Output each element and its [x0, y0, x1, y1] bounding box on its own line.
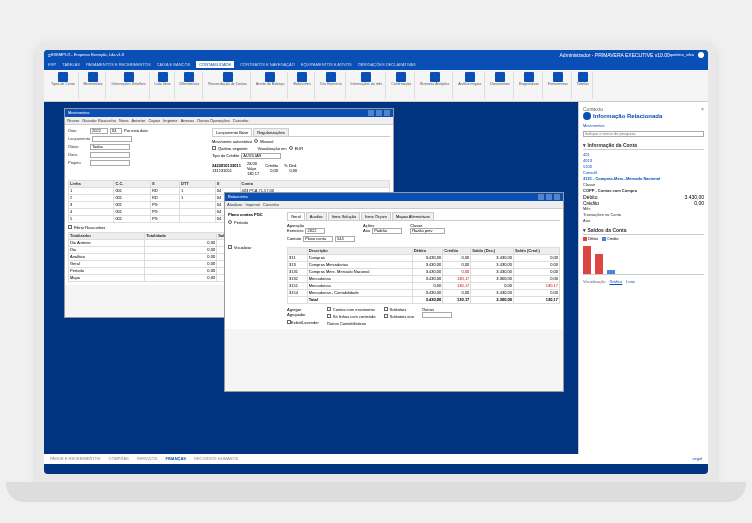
chk2[interactable]: [327, 314, 331, 318]
tab-aux[interactable]: Auxiliar: [306, 212, 327, 220]
ano-sel[interactable]: [372, 228, 402, 234]
chk3[interactable]: [384, 307, 388, 311]
ribbon-info-mes[interactable]: Informações do mês: [348, 72, 387, 99]
check-icon: [396, 72, 406, 82]
close-icon[interactable]: [384, 110, 390, 116]
ribbon-reconc[interactable]: Reconciliação de Contas: [205, 72, 251, 99]
context-sub[interactable]: Movimentos: [583, 123, 704, 129]
footer-tab-lista[interactable]: Lista: [626, 279, 634, 284]
btn-gravar[interactable]: Gravar: [67, 118, 79, 123]
ate-input[interactable]: [335, 236, 355, 242]
btn-atualizar[interactable]: Atualizar: [227, 202, 243, 207]
btn-cancelar2[interactable]: Cancelar: [263, 202, 279, 207]
bar-debito: [583, 246, 591, 274]
chk-quebra[interactable]: [212, 146, 216, 150]
doc-input[interactable]: [90, 152, 130, 158]
ribbon-analytics[interactable]: Business Analytics: [417, 72, 453, 99]
min-icon[interactable]: [538, 194, 544, 200]
close-icon[interactable]: [554, 194, 560, 200]
btn-imprimir2[interactable]: Imprimir: [246, 202, 260, 207]
chart-icon: [297, 72, 307, 82]
radio-eur[interactable]: [289, 146, 293, 150]
ribbon-diag[interactable]: Diagnósticos: [516, 72, 543, 99]
menu-contabilidade[interactable]: CONTABILIDADE: [196, 61, 234, 68]
btab-servicos[interactable]: SERVIÇOS: [137, 456, 158, 461]
visual-label: Visualização em: [258, 146, 287, 151]
ribbon-tabelas2[interactable]: Tabelas: [574, 72, 593, 99]
outros-label: Outros Contabilísticos: [327, 321, 376, 326]
ribbon-diferimentos[interactable]: Diferimentos: [177, 72, 204, 99]
diario-input[interactable]: [90, 144, 130, 150]
date-year[interactable]: [90, 128, 108, 134]
menu-pagamentos[interactable]: PAGAMENTOS E RECEBIMENTOS: [86, 62, 151, 67]
btn-novo[interactable]: Novo: [119, 118, 128, 123]
tipo-input[interactable]: [241, 153, 281, 159]
win2-grid[interactable]: DescriçãoDébitoCréditoSaldo (Dev.)Saldo …: [287, 247, 560, 304]
win1-titlebar[interactable]: Movimentos: [65, 109, 393, 117]
chk4[interactable]: [384, 314, 388, 318]
radio-periodo[interactable]: [228, 220, 232, 224]
ribbon-lista[interactable]: Lista Itens: [152, 72, 175, 99]
tab-mapas[interactable]: Mapas Alternativos: [392, 212, 434, 220]
btn-anterior[interactable]: Anterior: [131, 118, 145, 123]
ribbon-acerto[interactable]: Acerto de Balanço: [253, 72, 289, 99]
btn-guardar[interactable]: Guardar Rascunho: [82, 118, 116, 123]
btab-financas[interactable]: FINANÇAS: [165, 456, 186, 461]
btn-copiar[interactable]: Copiar: [148, 118, 160, 123]
chk-filtrar[interactable]: [68, 225, 72, 229]
user-label[interactable]: quintino_silva: [670, 52, 694, 58]
footer-tab-vis[interactable]: Visualização: [583, 279, 605, 284]
exerc-input[interactable]: [305, 228, 325, 234]
ribbon-confirm[interactable]: Confirmação: [388, 72, 415, 99]
footer-tab-graf[interactable]: Gráfico: [609, 279, 622, 284]
plano-label: Plano contas PGC: [228, 212, 283, 217]
menu-erp[interactable]: ERP: [48, 62, 56, 67]
tab-orcam[interactable]: Itens Orçam: [361, 212, 391, 220]
chk-vis[interactable]: [228, 245, 232, 249]
ribbon-tipos-conta[interactable]: Tipos de Conta: [48, 72, 79, 99]
win1-tabs: Lançamento Base Regularizações: [212, 128, 390, 137]
menu-obrigacoes[interactable]: OBRIGAÇÕES DECLARATIVAS: [358, 62, 416, 67]
btab-compras[interactable]: COMPRAS: [109, 456, 129, 461]
tab-geral[interactable]: Geral: [287, 212, 305, 220]
menu-caixa[interactable]: CAIXA E BANCOS: [157, 62, 191, 67]
max-icon[interactable]: [546, 194, 552, 200]
menu-tabelas[interactable]: TABELAS: [62, 62, 80, 67]
tab-itens[interactable]: Itens Solução: [328, 212, 360, 220]
ribbon-cria-ex[interactable]: Cria Exercício: [317, 72, 346, 99]
btn-imprimir[interactable]: Imprimir: [163, 118, 177, 123]
ribbon-ferramentas[interactable]: Ferramentas: [545, 72, 572, 99]
ribbon-info[interactable]: Informações Detalhes: [108, 72, 149, 99]
avatar-icon[interactable]: [698, 52, 704, 58]
menu-contratos[interactable]: CONTRATOS E NAVEGAÇÃO: [240, 62, 295, 67]
btn-outras[interactable]: Outras Operações: [197, 118, 230, 123]
tab-regular[interactable]: Regularizações: [253, 128, 289, 136]
win2-toolbar: Atualizar Imprimir Cancelar: [225, 201, 563, 209]
ribbon-docs[interactable]: Documentos: [487, 72, 514, 99]
outras-sel[interactable]: [422, 312, 452, 318]
tab-lancamento[interactable]: Lançamento Base: [212, 128, 252, 136]
doc-icon: [58, 72, 68, 82]
context-search[interactable]: [583, 131, 704, 137]
date-month[interactable]: [110, 128, 122, 134]
ribbon-movimentos[interactable]: Movimentos: [81, 72, 107, 99]
btab-pag[interactable]: PAGUE E RECEBIMENTOS: [50, 456, 101, 461]
lanc-input[interactable]: [92, 136, 132, 142]
max-icon[interactable]: [376, 110, 382, 116]
classe-sel[interactable]: [410, 228, 445, 234]
radio-manual[interactable]: [254, 139, 258, 143]
win2-titlebar[interactable]: Balancetes: [225, 193, 563, 201]
proj-input[interactable]: [90, 160, 130, 166]
chk1[interactable]: [327, 307, 331, 311]
context-close-icon[interactable]: ×: [701, 106, 704, 112]
plano-input[interactable]: [303, 236, 333, 242]
btn-anexos[interactable]: Anexos: [181, 118, 194, 123]
btn-cancelar[interactable]: Cancelar: [233, 118, 249, 123]
min-icon[interactable]: [368, 110, 374, 116]
ribbon-analise[interactable]: Análise mapas: [455, 72, 485, 99]
btab-rh[interactable]: RECURSOS HUMANOS: [194, 456, 238, 461]
ribbon-balancetes[interactable]: Balancetes: [290, 72, 314, 99]
win1-title: Movimentos: [68, 110, 90, 115]
section-info-conta: ▾ Informação da Conta: [583, 142, 704, 150]
menu-equipamentos[interactable]: EQUIPAMENTOS E ATIVOS: [301, 62, 352, 67]
